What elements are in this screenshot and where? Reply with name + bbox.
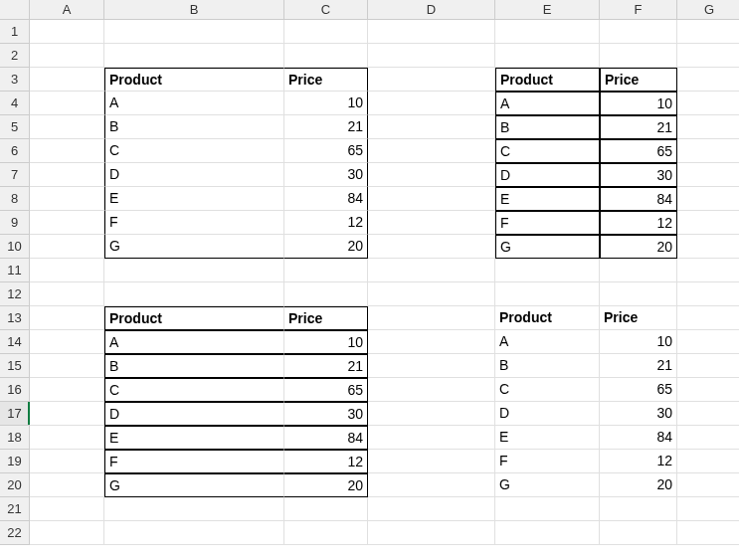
cell-C22[interactable] xyxy=(284,521,368,545)
cell-A22[interactable] xyxy=(30,521,104,545)
cell-E11[interactable] xyxy=(495,259,600,282)
cell-G17[interactable] xyxy=(677,402,739,426)
cell-B9[interactable]: F xyxy=(104,211,284,235)
cell-C9[interactable]: 12 xyxy=(284,211,368,235)
cell-B10[interactable]: G xyxy=(104,235,284,259)
cell-B16[interactable]: C xyxy=(104,378,284,402)
cell-E20[interactable]: G xyxy=(495,473,600,497)
cell-E12[interactable] xyxy=(495,282,600,306)
cell-B1[interactable] xyxy=(104,20,284,44)
cell-E6[interactable]: C xyxy=(495,139,600,163)
cell-A3[interactable] xyxy=(30,68,104,92)
cell-A7[interactable] xyxy=(30,163,104,187)
row-header-1[interactable]: 1 xyxy=(0,20,30,44)
cell-D18[interactable] xyxy=(368,426,495,450)
cell-A1[interactable] xyxy=(30,20,104,44)
cell-F17[interactable]: 30 xyxy=(600,402,677,426)
cell-A4[interactable] xyxy=(30,92,104,115)
cell-B12[interactable] xyxy=(104,282,284,306)
row-header-21[interactable]: 21 xyxy=(0,497,30,521)
cell-E10[interactable]: G xyxy=(495,235,600,259)
cell-C1[interactable] xyxy=(284,20,368,44)
row-header-19[interactable]: 19 xyxy=(0,450,30,473)
cell-A21[interactable] xyxy=(30,497,104,521)
col-header-B[interactable]: B xyxy=(104,0,284,20)
cell-D12[interactable] xyxy=(368,282,495,306)
row-header-13[interactable]: 13 xyxy=(0,306,30,330)
cell-G9[interactable] xyxy=(677,211,739,235)
cell-E14[interactable]: A xyxy=(495,330,600,354)
cell-D14[interactable] xyxy=(368,330,495,354)
cell-G19[interactable] xyxy=(677,450,739,473)
cell-B22[interactable] xyxy=(104,521,284,545)
row-header-2[interactable]: 2 xyxy=(0,44,30,68)
cell-B14[interactable]: A xyxy=(104,330,284,354)
cell-B7[interactable]: D xyxy=(104,163,284,187)
col-header-A[interactable]: A xyxy=(30,0,104,20)
row-header-22[interactable]: 22 xyxy=(0,521,30,545)
cell-C14[interactable]: 10 xyxy=(284,330,368,354)
cell-G20[interactable] xyxy=(677,473,739,497)
cell-E7[interactable]: D xyxy=(495,163,600,187)
cell-G21[interactable] xyxy=(677,497,739,521)
cell-D10[interactable] xyxy=(368,235,495,259)
row-header-20[interactable]: 20 xyxy=(0,473,30,497)
cell-C21[interactable] xyxy=(284,497,368,521)
cell-B21[interactable] xyxy=(104,497,284,521)
cell-A20[interactable] xyxy=(30,473,104,497)
cell-G10[interactable] xyxy=(677,235,739,259)
cell-F3[interactable]: Price xyxy=(600,68,677,92)
cell-F4[interactable]: 10 xyxy=(600,92,677,115)
cell-A5[interactable] xyxy=(30,115,104,139)
col-header-E[interactable]: E xyxy=(495,0,600,20)
cell-F14[interactable]: 10 xyxy=(600,330,677,354)
cell-F12[interactable] xyxy=(600,282,677,306)
cell-G6[interactable] xyxy=(677,139,739,163)
cell-C18[interactable]: 84 xyxy=(284,426,368,450)
cell-B13[interactable]: Product xyxy=(104,306,284,330)
grid-body[interactable]: ProductPriceProductPriceA10A10B21B21C65C… xyxy=(30,20,739,545)
cell-G14[interactable] xyxy=(677,330,739,354)
cell-F5[interactable]: 21 xyxy=(600,115,677,139)
cell-D20[interactable] xyxy=(368,473,495,497)
cell-F6[interactable]: 65 xyxy=(600,139,677,163)
cell-G8[interactable] xyxy=(677,187,739,211)
cell-D16[interactable] xyxy=(368,378,495,402)
cell-G18[interactable] xyxy=(677,426,739,450)
cell-E22[interactable] xyxy=(495,521,600,545)
cell-E1[interactable] xyxy=(495,20,600,44)
cell-C6[interactable]: 65 xyxy=(284,139,368,163)
cell-A8[interactable] xyxy=(30,187,104,211)
cell-D17[interactable] xyxy=(368,402,495,426)
cell-B18[interactable]: E xyxy=(104,426,284,450)
cell-C4[interactable]: 10 xyxy=(284,92,368,115)
row-header-18[interactable]: 18 xyxy=(0,426,30,450)
cell-F18[interactable]: 84 xyxy=(600,426,677,450)
cell-E21[interactable] xyxy=(495,497,600,521)
cell-D1[interactable] xyxy=(368,20,495,44)
cell-E15[interactable]: B xyxy=(495,354,600,378)
cell-G22[interactable] xyxy=(677,521,739,545)
cell-F15[interactable]: 21 xyxy=(600,354,677,378)
cell-D21[interactable] xyxy=(368,497,495,521)
cell-B11[interactable] xyxy=(104,259,284,282)
cell-E9[interactable]: F xyxy=(495,211,600,235)
cell-F16[interactable]: 65 xyxy=(600,378,677,402)
cell-D11[interactable] xyxy=(368,259,495,282)
row-header-6[interactable]: 6 xyxy=(0,139,30,163)
cell-F7[interactable]: 30 xyxy=(600,163,677,187)
cell-G3[interactable] xyxy=(677,68,739,92)
cell-E5[interactable]: B xyxy=(495,115,600,139)
cell-A18[interactable] xyxy=(30,426,104,450)
cell-B6[interactable]: C xyxy=(104,139,284,163)
cell-C10[interactable]: 20 xyxy=(284,235,368,259)
cell-D13[interactable] xyxy=(368,306,495,330)
cell-C5[interactable]: 21 xyxy=(284,115,368,139)
row-header-9[interactable]: 9 xyxy=(0,211,30,235)
cell-D9[interactable] xyxy=(368,211,495,235)
cell-B17[interactable]: D xyxy=(104,402,284,426)
cell-G5[interactable] xyxy=(677,115,739,139)
cell-G4[interactable] xyxy=(677,92,739,115)
row-header-10[interactable]: 10 xyxy=(0,235,30,259)
cell-A9[interactable] xyxy=(30,211,104,235)
